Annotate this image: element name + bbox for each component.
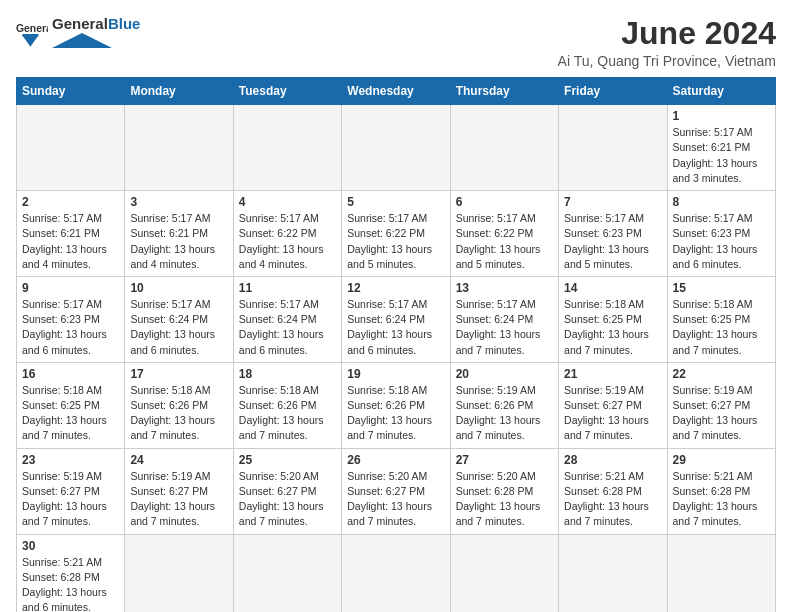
day-info: Sunrise: 5:17 AMSunset: 6:24 PMDaylight:…	[347, 297, 444, 358]
day-number: 24	[130, 453, 227, 467]
day-info: Sunrise: 5:18 AMSunset: 6:25 PMDaylight:…	[564, 297, 661, 358]
calendar-cell: 12Sunrise: 5:17 AMSunset: 6:24 PMDayligh…	[342, 276, 450, 362]
day-info: Sunrise: 5:17 AMSunset: 6:24 PMDaylight:…	[239, 297, 336, 358]
weekday-header-monday: Monday	[125, 78, 233, 105]
svg-text:General: General	[16, 24, 48, 35]
day-number: 7	[564, 195, 661, 209]
week-row-5: 23Sunrise: 5:19 AMSunset: 6:27 PMDayligh…	[17, 448, 776, 534]
calendar-cell: 3Sunrise: 5:17 AMSunset: 6:21 PMDaylight…	[125, 191, 233, 277]
day-info: Sunrise: 5:19 AMSunset: 6:27 PMDaylight:…	[564, 383, 661, 444]
calendar-cell: 16Sunrise: 5:18 AMSunset: 6:25 PMDayligh…	[17, 362, 125, 448]
calendar-cell: 28Sunrise: 5:21 AMSunset: 6:28 PMDayligh…	[559, 448, 667, 534]
calendar-cell	[233, 105, 341, 191]
weekday-header-row: SundayMondayTuesdayWednesdayThursdayFrid…	[17, 78, 776, 105]
day-number: 10	[130, 281, 227, 295]
day-number: 26	[347, 453, 444, 467]
day-number: 18	[239, 367, 336, 381]
weekday-header-saturday: Saturday	[667, 78, 775, 105]
month-title: June 2024	[558, 16, 776, 51]
calendar-cell: 24Sunrise: 5:19 AMSunset: 6:27 PMDayligh…	[125, 448, 233, 534]
calendar-cell: 29Sunrise: 5:21 AMSunset: 6:28 PMDayligh…	[667, 448, 775, 534]
day-info: Sunrise: 5:17 AMSunset: 6:21 PMDaylight:…	[673, 125, 770, 186]
day-info: Sunrise: 5:20 AMSunset: 6:27 PMDaylight:…	[239, 469, 336, 530]
day-number: 30	[22, 539, 119, 553]
day-number: 6	[456, 195, 553, 209]
calendar-cell: 22Sunrise: 5:19 AMSunset: 6:27 PMDayligh…	[667, 362, 775, 448]
day-info: Sunrise: 5:19 AMSunset: 6:27 PMDaylight:…	[673, 383, 770, 444]
calendar-cell	[125, 534, 233, 612]
calendar-cell	[233, 534, 341, 612]
day-number: 20	[456, 367, 553, 381]
calendar-cell: 4Sunrise: 5:17 AMSunset: 6:22 PMDaylight…	[233, 191, 341, 277]
day-number: 22	[673, 367, 770, 381]
subtitle: Ai Tu, Quang Tri Province, Vietnam	[558, 53, 776, 69]
calendar-cell	[667, 534, 775, 612]
day-info: Sunrise: 5:17 AMSunset: 6:21 PMDaylight:…	[130, 211, 227, 272]
day-number: 3	[130, 195, 227, 209]
week-row-4: 16Sunrise: 5:18 AMSunset: 6:25 PMDayligh…	[17, 362, 776, 448]
logo-general-text: General	[52, 15, 108, 32]
logo: General GeneralBlue	[16, 16, 140, 53]
calendar-cell: 26Sunrise: 5:20 AMSunset: 6:27 PMDayligh…	[342, 448, 450, 534]
day-info: Sunrise: 5:17 AMSunset: 6:22 PMDaylight:…	[456, 211, 553, 272]
day-info: Sunrise: 5:18 AMSunset: 6:26 PMDaylight:…	[239, 383, 336, 444]
week-row-3: 9Sunrise: 5:17 AMSunset: 6:23 PMDaylight…	[17, 276, 776, 362]
day-number: 4	[239, 195, 336, 209]
calendar-cell: 7Sunrise: 5:17 AMSunset: 6:23 PMDaylight…	[559, 191, 667, 277]
day-info: Sunrise: 5:17 AMSunset: 6:23 PMDaylight:…	[673, 211, 770, 272]
day-info: Sunrise: 5:20 AMSunset: 6:28 PMDaylight:…	[456, 469, 553, 530]
day-number: 8	[673, 195, 770, 209]
day-number: 13	[456, 281, 553, 295]
weekday-header-wednesday: Wednesday	[342, 78, 450, 105]
calendar-cell: 9Sunrise: 5:17 AMSunset: 6:23 PMDaylight…	[17, 276, 125, 362]
calendar-cell	[125, 105, 233, 191]
day-info: Sunrise: 5:21 AMSunset: 6:28 PMDaylight:…	[564, 469, 661, 530]
weekday-header-friday: Friday	[559, 78, 667, 105]
day-number: 2	[22, 195, 119, 209]
calendar-cell: 8Sunrise: 5:17 AMSunset: 6:23 PMDaylight…	[667, 191, 775, 277]
week-row-1: 1Sunrise: 5:17 AMSunset: 6:21 PMDaylight…	[17, 105, 776, 191]
calendar-cell	[342, 105, 450, 191]
weekday-header-tuesday: Tuesday	[233, 78, 341, 105]
calendar-cell: 5Sunrise: 5:17 AMSunset: 6:22 PMDaylight…	[342, 191, 450, 277]
svg-marker-3	[52, 33, 112, 48]
day-number: 27	[456, 453, 553, 467]
page-header: General GeneralBlue June 2024 Ai Tu, Qua…	[16, 16, 776, 69]
day-info: Sunrise: 5:21 AMSunset: 6:28 PMDaylight:…	[22, 555, 119, 612]
day-number: 23	[22, 453, 119, 467]
day-info: Sunrise: 5:18 AMSunset: 6:26 PMDaylight:…	[130, 383, 227, 444]
weekday-header-thursday: Thursday	[450, 78, 558, 105]
day-info: Sunrise: 5:17 AMSunset: 6:24 PMDaylight:…	[456, 297, 553, 358]
day-info: Sunrise: 5:19 AMSunset: 6:27 PMDaylight:…	[22, 469, 119, 530]
svg-rect-2	[22, 34, 38, 36]
day-info: Sunrise: 5:21 AMSunset: 6:28 PMDaylight:…	[673, 469, 770, 530]
day-number: 5	[347, 195, 444, 209]
calendar-cell: 11Sunrise: 5:17 AMSunset: 6:24 PMDayligh…	[233, 276, 341, 362]
day-number: 25	[239, 453, 336, 467]
calendar-cell: 1Sunrise: 5:17 AMSunset: 6:21 PMDaylight…	[667, 105, 775, 191]
calendar-cell	[17, 105, 125, 191]
day-number: 21	[564, 367, 661, 381]
day-info: Sunrise: 5:17 AMSunset: 6:23 PMDaylight:…	[22, 297, 119, 358]
calendar-cell: 30Sunrise: 5:21 AMSunset: 6:28 PMDayligh…	[17, 534, 125, 612]
weekday-header-sunday: Sunday	[17, 78, 125, 105]
calendar-cell: 25Sunrise: 5:20 AMSunset: 6:27 PMDayligh…	[233, 448, 341, 534]
day-info: Sunrise: 5:18 AMSunset: 6:26 PMDaylight:…	[347, 383, 444, 444]
day-info: Sunrise: 5:19 AMSunset: 6:27 PMDaylight:…	[130, 469, 227, 530]
day-info: Sunrise: 5:18 AMSunset: 6:25 PMDaylight:…	[673, 297, 770, 358]
day-number: 12	[347, 281, 444, 295]
calendar-cell: 15Sunrise: 5:18 AMSunset: 6:25 PMDayligh…	[667, 276, 775, 362]
svg-marker-1	[22, 36, 38, 47]
day-number: 1	[673, 109, 770, 123]
calendar-cell: 17Sunrise: 5:18 AMSunset: 6:26 PMDayligh…	[125, 362, 233, 448]
calendar-cell: 6Sunrise: 5:17 AMSunset: 6:22 PMDaylight…	[450, 191, 558, 277]
calendar-cell	[559, 105, 667, 191]
day-info: Sunrise: 5:17 AMSunset: 6:21 PMDaylight:…	[22, 211, 119, 272]
day-number: 15	[673, 281, 770, 295]
logo-triangle	[52, 33, 112, 49]
calendar-cell	[450, 534, 558, 612]
week-row-2: 2Sunrise: 5:17 AMSunset: 6:21 PMDaylight…	[17, 191, 776, 277]
day-info: Sunrise: 5:17 AMSunset: 6:24 PMDaylight:…	[130, 297, 227, 358]
day-info: Sunrise: 5:17 AMSunset: 6:23 PMDaylight:…	[564, 211, 661, 272]
calendar-cell: 14Sunrise: 5:18 AMSunset: 6:25 PMDayligh…	[559, 276, 667, 362]
